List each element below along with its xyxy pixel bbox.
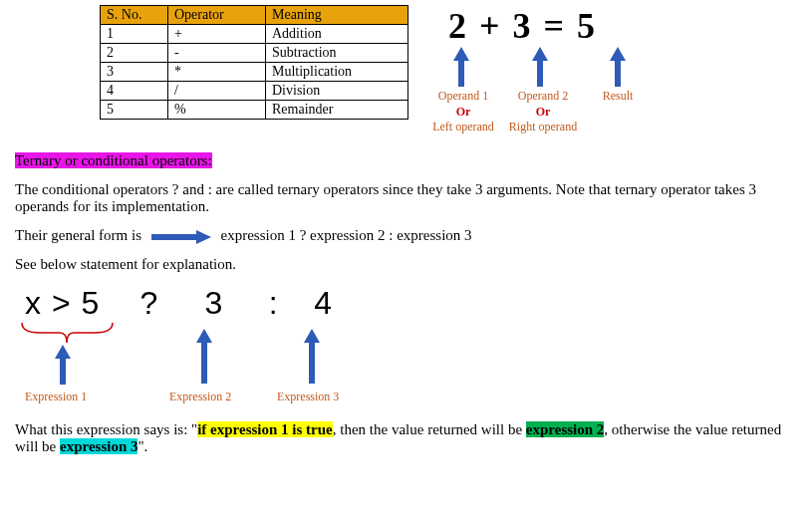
ternary-diagram: x > 5 ? 3 : 4 Expression 1 Expression 2 … [15, 285, 463, 409]
result-label: Result [598, 89, 638, 105]
highlight-expr2: expression 2 [526, 421, 604, 437]
expr1-label: Expression 1 [25, 390, 87, 404]
col-meaning: Meaning [266, 6, 408, 25]
highlight-condition: if expression 1 is true [197, 421, 333, 437]
operator-table: S. No. Operator Meaning 1+Addition 2-Sub… [100, 5, 408, 120]
equation-text: 2 + 3 = 5 [448, 5, 597, 47]
highlight-expr3: expression 3 [60, 438, 137, 454]
arrow-up-icon [451, 47, 471, 87]
ternary-expression: x > 5 ? 3 : 4 [25, 285, 344, 322]
final-paragraph: What this expression says is: "if expres… [15, 421, 797, 455]
arrow-up-icon [53, 345, 73, 385]
table-row: 3*Multiplication [101, 63, 408, 82]
section-heading: Ternary or conditional operators: [15, 152, 212, 168]
see-below-text: See below statement for explanation. [15, 256, 797, 273]
top-section: S. No. Operator Meaning 1+Addition 2-Sub… [15, 5, 797, 134]
table-row: 1+Addition [101, 25, 408, 44]
equation-diagram: 2 + 3 = 5 Operand 1 Or Left operand Oper… [448, 5, 727, 134]
table-row: 2-Subtraction [101, 44, 408, 63]
expr3-label: Expression 3 [277, 390, 339, 404]
arrow-up-icon [194, 329, 214, 384]
table-row: 5%Remainder [101, 101, 408, 120]
expr2-label: Expression 2 [169, 390, 231, 404]
operand1-label: Operand 1 Or Left operand [428, 89, 498, 135]
arrow-up-icon [608, 47, 628, 87]
intro-paragraph: The conditional operators ? and : are ca… [15, 181, 797, 215]
general-form-line: Their general form is expression 1 ? exp… [15, 227, 797, 244]
table-row: 4/Division [101, 82, 408, 101]
operand2-label: Operand 2 Or Right operand [503, 89, 583, 135]
col-sno: S. No. [101, 6, 168, 25]
col-operator: Operator [168, 6, 266, 25]
arrow-up-icon [302, 329, 322, 384]
arrow-right-icon [151, 230, 211, 244]
arrow-up-icon [530, 47, 550, 87]
brace-icon [20, 323, 115, 343]
